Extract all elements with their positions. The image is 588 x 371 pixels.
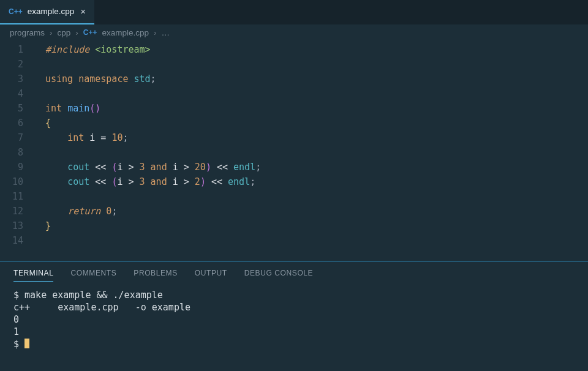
breadcrumb: programs › cpp › C++ example.cpp › … [0, 24, 588, 42]
token: 20 [195, 162, 206, 173]
line-number: 6 [0, 116, 34, 130]
token: << [211, 176, 222, 187]
terminal-cursor [24, 339, 29, 348]
token: 3 [140, 162, 145, 173]
code-editor[interactable]: 1 2 3 4 5 6 7 8 9 10 11 12 13 14 #includ… [0, 41, 588, 260]
token: ; [250, 176, 255, 187]
line-number: 13 [0, 219, 34, 233]
chevron-right-icon: › [154, 28, 157, 37]
token: ; [123, 132, 128, 143]
tab-bar: C++ example.cpp × [0, 0, 588, 24]
bottom-panel: TERMINAL COMMENTS PROBLEMS OUTPUT DEBUG … [0, 261, 588, 371]
token: main [67, 103, 89, 114]
tab-debug-console[interactable]: DEBUG CONSOLE [244, 269, 314, 282]
token: i [117, 162, 123, 173]
cpp-file-icon: C++ [83, 28, 97, 37]
token: <iostream> [95, 44, 150, 55]
line-number: 5 [0, 101, 34, 116]
line-number: 8 [0, 145, 34, 160]
tab-filename: example.cpp [28, 7, 75, 16]
terminal-output[interactable]: $ make example && ./example c++ example.… [0, 285, 588, 354]
chevron-right-icon: › [50, 28, 53, 37]
token: namespace [78, 73, 128, 84]
token: ; [111, 206, 117, 217]
cpp-file-icon: C++ [9, 7, 23, 16]
tab-comments[interactable]: COMMENTS [70, 269, 116, 282]
line-number: 3 [0, 72, 34, 86]
panel-tabs: TERMINAL COMMENTS PROBLEMS OUTPUT DEBUG … [0, 261, 588, 285]
token: i [173, 162, 178, 173]
breadcrumb-seg[interactable]: example.cpp [102, 28, 149, 37]
terminal-line: $ make example && ./example [13, 289, 575, 301]
token: int [45, 103, 62, 114]
line-number: 2 [0, 57, 34, 72]
token: ( [89, 103, 95, 114]
close-icon[interactable]: × [79, 6, 87, 17]
terminal-prompt: $ [13, 339, 24, 350]
token: int [67, 132, 84, 143]
line-number: 14 [0, 233, 34, 248]
token: endl [228, 176, 250, 187]
tab-output[interactable]: OUTPUT [195, 269, 227, 282]
token: << [95, 176, 106, 187]
token: i [173, 176, 178, 187]
token: } [45, 220, 51, 231]
line-number [0, 248, 34, 260]
token: ) [200, 176, 206, 187]
token: > [128, 176, 134, 187]
line-number: 10 [0, 174, 34, 189]
token: > [128, 162, 134, 173]
token: endl [233, 162, 255, 173]
chevron-right-icon: › [75, 28, 78, 37]
token: i [89, 132, 95, 143]
line-number: 11 [0, 189, 34, 204]
line-number-gutter: 1 2 3 4 5 6 7 8 9 10 11 12 13 14 [0, 42, 34, 260]
token: i [117, 176, 123, 187]
token: cout [67, 162, 89, 173]
token: { [45, 118, 51, 129]
token: using [45, 73, 73, 84]
token: std [134, 73, 151, 84]
line-number: 4 [0, 86, 34, 101]
token: 2 [195, 176, 200, 187]
token: > [184, 176, 189, 187]
line-number: 1 [0, 42, 34, 57]
terminal-line: 1 [13, 326, 575, 338]
token: 3 [140, 176, 145, 187]
token: ) [206, 162, 211, 173]
terminal-line: 0 [13, 313, 575, 326]
tab-problems[interactable]: PROBLEMS [134, 269, 178, 282]
line-number: 7 [0, 130, 34, 145]
line-number: 9 [0, 160, 34, 174]
token: and [151, 162, 167, 173]
token: = [100, 132, 106, 143]
terminal-line: c++ example.cpp -o example [13, 301, 575, 313]
token: ; [255, 162, 261, 173]
token: 10 [111, 132, 123, 143]
token: #include [45, 44, 89, 55]
token: ; [151, 73, 156, 84]
token: cout [67, 176, 89, 187]
token: > [184, 162, 189, 173]
token: ) [95, 103, 100, 114]
token: << [95, 162, 106, 173]
token: << [217, 162, 228, 173]
line-number: 12 [0, 204, 34, 219]
terminal-prompt-line[interactable]: $ [13, 338, 575, 350]
breadcrumb-seg[interactable]: cpp [58, 28, 71, 37]
tab-terminal[interactable]: TERMINAL [13, 269, 53, 282]
code-content[interactable]: #include <iostream> using namespace std;… [34, 42, 588, 260]
breadcrumb-seg[interactable]: programs [10, 28, 45, 37]
editor-tab-example[interactable]: C++ example.cpp × [0, 0, 94, 24]
breadcrumb-overflow[interactable]: … [162, 28, 170, 37]
token: and [151, 176, 167, 187]
token: return [67, 206, 100, 217]
